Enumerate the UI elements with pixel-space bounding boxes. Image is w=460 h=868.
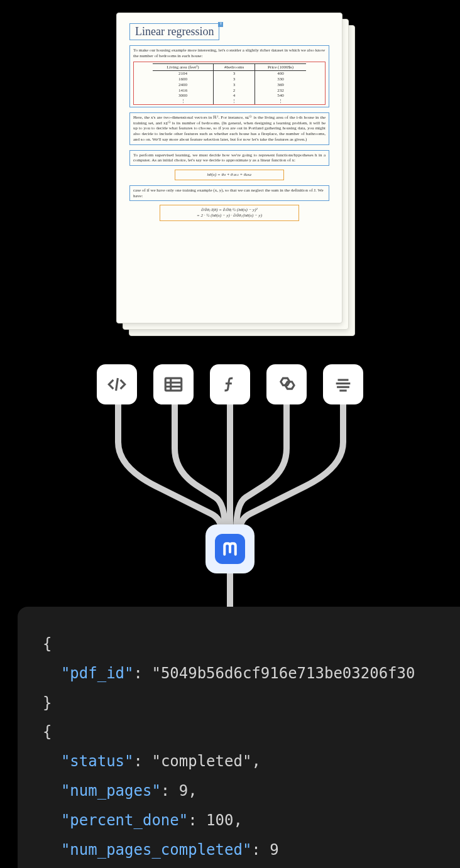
val-num-pages: 9 [179,782,188,800]
eq2a: ∂/∂θⱼ J(θ) = ∂/∂θⱼ ½ (hθ(x) − y)² [163,207,296,213]
table-cell: ⋮ [213,99,255,104]
eq2-box: ∂/∂θⱼ J(θ) = ∂/∂θⱼ ½ (hθ(x) − y)² = 2 · … [160,205,300,221]
table-cell: 1600 [153,77,213,82]
val-num-pages-completed: 9 [270,841,278,859]
table-cell: 3 [213,71,255,77]
page-front: Linear regressionT To make our housing e… [116,13,342,323]
table-icon [153,364,194,404]
intro-box: To make our housing example more interes… [129,45,329,107]
table-cell: ⋮ [153,99,213,104]
eq1-box: hθ(x) = θ₀ + θ₁x₁ + θ₂x₂ [175,170,285,180]
table-cell: 232 [255,88,306,94]
table-cell: 1416 [153,88,213,94]
app-logo-icon [215,534,245,564]
table-cell: 400 [255,71,306,77]
table-cell: 4 [213,93,255,99]
val-status: completed [161,752,243,770]
document-stack: Linear regressionT To make our housing e… [116,13,356,339]
key-num-pages-completed: "num_pages_completed" [61,841,251,859]
para3-box: case of if we have only one training exa… [129,185,329,202]
para2-box: To perform supervised learning, we must … [129,150,329,166]
table-cell: 3000 [153,93,213,99]
code-icon [97,364,137,404]
key-percent-done: "percent_done" [61,811,188,829]
icon-row [97,364,363,404]
vertical-connector [227,573,233,608]
title-badge: T [218,22,223,27]
table-cell: ⋮ [255,99,306,104]
val-percent-done: 100 [206,811,233,829]
th-price: Price (1000$s) [255,63,306,71]
text-icon [323,364,363,404]
table-cell: 369 [255,82,306,88]
housing-table: Living area (feet²) #bedrooms Price (100… [153,63,305,104]
table-cell: 2400 [153,82,213,88]
document-title: Linear regression [129,23,219,40]
th-living: Living area (feet²) [153,63,213,71]
table-box: Living area (feet²) #bedrooms Price (100… [133,62,326,105]
th-bedrooms: #bedrooms [213,63,255,71]
svg-rect-1 [165,378,182,391]
function-icon [210,364,250,404]
molecule-icon [266,364,307,404]
eq2b: = 2 · ½ (hθ(x) − y) · ∂/∂θⱼ (hθ(x) − y) [163,213,296,219]
key-num-pages: "num_pages" [61,782,161,800]
key-status: "status" [61,752,134,770]
table-cell: 3 [213,82,255,88]
table-cell: 2104 [153,71,213,77]
table-cell: 330 [255,77,306,82]
table-cell: 3 [213,77,255,82]
svg-line-0 [116,378,118,391]
table-cell: 2 [213,88,255,94]
key-pdf-id: "pdf_id" [61,665,134,682]
para1-box: Here, the x's are two-dimensional vector… [129,112,329,145]
app-tile [205,524,255,573]
val-pdf-id: 5049b56d6cf916e713be03206f30 [161,665,415,682]
json-output: { "pdf_id": "5049b56d6cf916e713be03206f3… [18,607,460,868]
table-cell: 540 [255,93,306,99]
intro-text: To make our housing example more interes… [133,48,326,59]
